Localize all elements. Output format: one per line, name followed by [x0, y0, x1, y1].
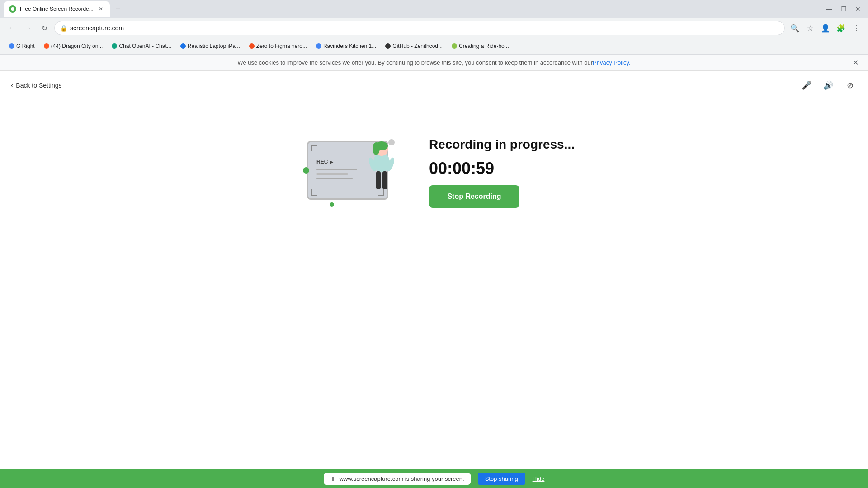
svg-rect-4: [376, 171, 381, 189]
recording-illustration: REC ▶: [293, 136, 402, 209]
stop-sharing-button[interactable]: Stop sharing: [478, 473, 525, 485]
svg-point-3: [373, 142, 380, 155]
pause-icon: ⏸: [330, 475, 336, 482]
bookmark-kitchen[interactable]: Ravinders Kitchen 1...: [312, 41, 380, 51]
reload-button[interactable]: ↻: [38, 22, 51, 34]
tab-title: Free Online Screen Recorde...: [20, 6, 94, 12]
indicator-dot-top: [388, 139, 395, 145]
bookmark-dot: [249, 43, 255, 49]
chevron-left-icon: ‹: [11, 81, 13, 89]
privacy-policy-link[interactable]: Privacy Policy.: [593, 59, 631, 66]
corner-bl: [311, 189, 317, 196]
close-button[interactable]: ✕: [852, 3, 864, 15]
microphone-icon[interactable]: 🎤: [799, 78, 814, 93]
bookmark-label: G Right: [16, 43, 35, 49]
bookmark-dot: [44, 43, 49, 49]
bookmark-icon[interactable]: ☆: [804, 22, 816, 34]
speaker-icon[interactable]: 🔊: [821, 78, 835, 93]
corner-tl: [311, 145, 317, 151]
lock-icon: 🔒: [60, 25, 67, 32]
wave-line-3: [316, 178, 353, 179]
extension-icon[interactable]: 🧩: [835, 22, 847, 34]
wave-line-1: [316, 169, 357, 170]
bookmark-label: Zero to Figma hero...: [256, 43, 307, 49]
back-button-label: Back to Settings: [16, 82, 61, 89]
cookie-banner: We use cookies to improve the services w…: [0, 55, 868, 71]
bookmark-dot: [180, 43, 186, 49]
person-svg: [363, 140, 400, 198]
stop-recording-button[interactable]: Stop Recording: [429, 185, 519, 208]
nav-bar: ← → ↻ 🔒 screencapture.com 🔍 ☆ 👤 🧩 ⋮: [0, 18, 868, 38]
active-tab[interactable]: Free Online Screen Recorde... ✕: [4, 1, 110, 17]
bookmark-label: Creating a Ride-bo...: [459, 43, 509, 49]
new-tab-button[interactable]: +: [112, 3, 124, 15]
restore-button[interactable]: ❐: [837, 3, 850, 15]
hide-button[interactable]: Hide: [533, 475, 545, 482]
bookmark-dot: [452, 43, 457, 49]
page-toolbar: ‹ Back to Settings 🎤 🔊 ⊘: [0, 71, 868, 100]
svg-rect-5: [382, 171, 387, 189]
settings-icon[interactable]: ⊘: [843, 78, 857, 93]
indicator-dot-left: [303, 167, 309, 174]
screen-share-banner: ⏸ www.screencapture.com is sharing your …: [0, 469, 868, 488]
back-nav-button[interactable]: ←: [5, 22, 18, 34]
bookmark-dot: [316, 43, 321, 49]
tab-bar: Free Online Screen Recorde... ✕ + — ❐ ✕: [0, 0, 868, 18]
indicator-dot-bottom: [330, 202, 334, 207]
bookmark-label: Ravinders Kitchen 1...: [323, 43, 376, 49]
search-icon[interactable]: 🔍: [788, 22, 801, 34]
rec-label: REC ▶: [316, 159, 333, 165]
address-url: screencapture.com: [70, 24, 779, 32]
page-content: We use cookies to improve the services w…: [0, 55, 868, 488]
minimize-button[interactable]: —: [823, 3, 835, 15]
browser-chrome: Free Online Screen Recorde... ✕ + — ❐ ✕ …: [0, 0, 868, 55]
forward-nav-button[interactable]: →: [22, 22, 34, 34]
address-bar[interactable]: 🔒 screencapture.com: [54, 21, 785, 35]
info-section: Recording in progress... 00:00:59 Stop R…: [429, 137, 575, 208]
tab-favicon-dot: [11, 7, 14, 11]
bookmark-figma[interactable]: Zero to Figma hero...: [245, 41, 311, 51]
bookmark-dot: [9, 43, 14, 49]
bookmark-openai[interactable]: Chat OpenAI - Chat...: [108, 41, 175, 51]
profile-icon[interactable]: 👤: [819, 22, 832, 34]
bookmark-dot: [385, 43, 391, 49]
bookmark-label: Realistic Laptop iPa...: [188, 43, 240, 49]
bookmark-g-right[interactable]: G Right: [5, 41, 38, 51]
bookmark-ride[interactable]: Creating a Ride-bo...: [448, 41, 513, 51]
tab-close-button[interactable]: ✕: [97, 5, 104, 13]
back-to-settings-button[interactable]: ‹ Back to Settings: [11, 81, 62, 89]
bookmark-label: Chat OpenAI - Chat...: [119, 43, 171, 49]
share-info-box: ⏸ www.screencapture.com is sharing your …: [324, 473, 471, 485]
bookmark-label: GitHub - Zenithcod...: [392, 43, 443, 49]
bookmark-github[interactable]: GitHub - Zenithcod...: [382, 41, 446, 51]
share-info-text: www.screencapture.com is sharing your sc…: [340, 475, 464, 482]
play-icon: ▶: [330, 160, 333, 164]
bookmarks-bar: G Right (44) Dragon City on... Chat Open…: [0, 38, 868, 54]
recording-timer: 00:00:59: [429, 159, 575, 178]
bookmark-label: (44) Dragon City on...: [51, 43, 103, 49]
bookmark-dragon[interactable]: (44) Dragon City on...: [40, 41, 107, 51]
bookmark-laptop[interactable]: Realistic Laptop iPa...: [177, 41, 244, 51]
wave-line-2: [316, 173, 348, 175]
recording-status: Recording in progress...: [429, 137, 575, 152]
menu-icon[interactable]: ⋮: [850, 22, 863, 34]
tab-bar-controls: — ❐ ✕: [823, 3, 864, 15]
tab-favicon: [9, 5, 16, 13]
toolbar-right-icons: 🎤 🔊 ⊘: [799, 78, 857, 93]
cookie-close-button[interactable]: ✕: [850, 57, 861, 68]
cookie-text: We use cookies to improve the services w…: [237, 59, 593, 66]
main-area: REC ▶: [0, 100, 868, 245]
bookmark-dot: [112, 43, 117, 49]
nav-right-icons: 🔍 ☆ 👤 🧩 ⋮: [788, 22, 863, 34]
